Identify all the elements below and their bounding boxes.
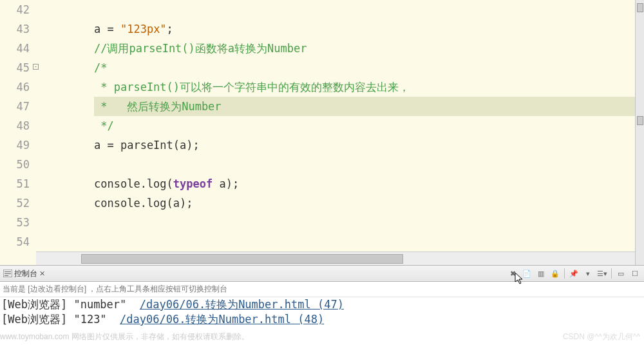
marker <box>637 3 643 12</box>
code-line[interactable]: a = "123px"; <box>94 19 644 39</box>
code-editor[interactable]: 42434445-464748495051525354 a = "123px";… <box>0 0 644 265</box>
code-area[interactable]: a = "123px";//调用parseInt()函数将a转换为Number/… <box>36 0 644 232</box>
line-number: 53 <box>0 213 30 232</box>
console-source: [Web浏览器] <box>1 298 73 311</box>
line-gutter: 42434445-464748495051525354 <box>0 0 36 265</box>
line-number: 44 <box>0 39 30 58</box>
code-line[interactable]: * 然后转换为Number <box>94 97 644 116</box>
code-line[interactable]: /* <box>94 58 644 77</box>
line-number: 47 <box>0 97 30 116</box>
code-line[interactable]: console.log(typeof a); <box>94 174 644 193</box>
code-line[interactable] <box>94 155 644 174</box>
down-icon[interactable]: ▾ <box>583 269 593 278</box>
line-number: 42 <box>0 0 30 19</box>
console-output[interactable]: [Web浏览器] "number" /day06/06.转换为Number.ht… <box>0 297 644 327</box>
line-number: 45- <box>0 58 30 77</box>
console-link[interactable]: /day06/06.转换为Number.html (48) <box>120 313 324 326</box>
scroll-thumb[interactable] <box>637 116 643 125</box>
separator-icon <box>611 268 612 279</box>
code-line[interactable]: */ <box>94 116 644 135</box>
code-line[interactable] <box>94 213 644 232</box>
max-icon[interactable]: ☐ <box>630 269 640 278</box>
separator-icon <box>564 268 565 279</box>
stop-icon[interactable]: ✖ <box>507 269 518 278</box>
code-line[interactable]: * parseInt()可以将一个字符串中的有效的整数内容去出来， <box>94 77 644 97</box>
line-number: 48 <box>0 116 30 135</box>
watermark-left: www.toymoban.com 网络图片仅供展示，非存储，如有侵权请联系删除。 <box>0 331 249 342</box>
svg-rect-2 <box>5 273 11 274</box>
code-line[interactable]: a = parseInt(a); <box>94 135 644 155</box>
vertical-scrollbar[interactable] <box>635 0 644 265</box>
svg-rect-1 <box>5 271 11 272</box>
horizontal-scrollbar[interactable] <box>36 251 635 265</box>
toolbar: ✖ 📄 ▥ 🔒 📌 ▾ ☰▾ ▭ ☐ <box>507 268 644 279</box>
code-line[interactable] <box>94 232 644 251</box>
svg-rect-3 <box>5 275 8 276</box>
close-tab-icon[interactable]: ✕ <box>39 270 45 278</box>
new-view-icon[interactable]: ☰▾ <box>597 269 607 278</box>
code-line[interactable] <box>94 0 644 19</box>
panel-tab-bar: 控制台 ✕ ✖ 📄 ▥ 🔒 📌 ▾ ☰▾ ▭ ☐ <box>0 265 644 282</box>
console-link[interactable]: /day06/06.转换为Number.html (47) <box>140 298 344 311</box>
console-hint: 当前是 [边改边看控制台] ，点右上角工具条相应按钮可切换控制台 <box>0 282 644 297</box>
min-icon[interactable]: ▭ <box>616 269 626 278</box>
clear-alt-icon[interactable]: ▥ <box>536 269 546 278</box>
pin-icon[interactable]: 📌 <box>569 269 579 278</box>
line-number: 49 <box>0 135 30 155</box>
code-line[interactable]: //调用parseInt()函数将a转换为Number <box>94 39 644 58</box>
line-number: 43 <box>0 19 30 39</box>
line-number: 50 <box>0 155 30 174</box>
console-value: "number" <box>73 298 139 311</box>
console-tab-label[interactable]: 控制台 <box>14 268 37 279</box>
code-line[interactable]: console.log(a); <box>94 193 644 213</box>
watermark-right: CSDN @^^为欢几何^^ <box>563 331 640 342</box>
line-number: 54 <box>0 232 30 251</box>
console-tab-icon <box>3 268 13 279</box>
line-number: 46 <box>0 77 30 97</box>
lock-icon[interactable]: 🔒 <box>550 269 560 278</box>
scroll-thumb[interactable] <box>81 254 403 264</box>
line-number: 52 <box>0 193 30 213</box>
line-number: 51 <box>0 174 30 193</box>
console-line: [Web浏览器] "123" /day06/06.转换为Number.html … <box>1 312 644 327</box>
console-value: "123" <box>73 313 120 326</box>
console-source: [Web浏览器] <box>1 313 73 326</box>
console-line: [Web浏览器] "number" /day06/06.转换为Number.ht… <box>1 297 644 312</box>
